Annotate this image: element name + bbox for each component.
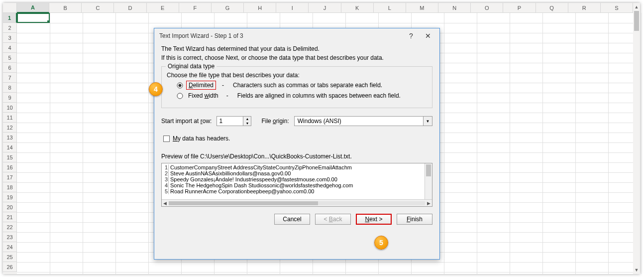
col-header-K[interactable]: K: [341, 3, 374, 13]
col-header-R[interactable]: R: [568, 3, 601, 13]
close-button[interactable]: ✕: [420, 30, 436, 42]
finish-button[interactable]: Finish: [397, 214, 432, 225]
active-cell[interactable]: [17, 13, 50, 23]
start-row-input[interactable]: [217, 117, 243, 126]
preview-pane: 1CustomerCompanyStreet AddressCityStateC…: [161, 163, 432, 207]
row-header-7[interactable]: 7: [3, 73, 17, 83]
file-origin-combo[interactable]: Windows (ANSI) ▼: [294, 116, 432, 126]
column-headers: ABCDEFGHIJKLMNOPQRS: [17, 3, 633, 13]
preview-line: 1CustomerCompanyStreet AddressCityStateC…: [162, 164, 424, 170]
back-button: < Back: [315, 214, 351, 225]
annotation-badge-4: 4: [149, 82, 163, 96]
row-header-1[interactable]: 1: [3, 13, 17, 23]
col-header-G[interactable]: G: [212, 3, 244, 13]
start-row-spinner[interactable]: ▲▼: [216, 116, 251, 126]
svg-point-1: [179, 84, 182, 87]
preview-label: Preview of file C:\Users\e\Desktop\Con..…: [161, 153, 432, 160]
radio-delimited-desc: Characters such as commas or tabs separa…: [233, 82, 382, 89]
row-header-19[interactable]: 19: [3, 192, 17, 202]
row-header-13[interactable]: 13: [3, 133, 17, 142]
row-header-21[interactable]: 21: [3, 212, 17, 222]
row-header-11[interactable]: 11: [3, 113, 17, 123]
col-header-B[interactable]: B: [49, 3, 82, 13]
file-origin-value: Windows (ANSI): [295, 117, 423, 126]
radio-fixed-row[interactable]: Fixed width - Fields are aligned in colu…: [177, 92, 427, 100]
next-button[interactable]: Next >: [356, 214, 392, 225]
headers-checkbox-row[interactable]: My data has headers.: [163, 135, 432, 142]
col-header-L[interactable]: L: [374, 3, 406, 13]
row-header-5[interactable]: 5: [3, 53, 17, 63]
row-header-9[interactable]: 9: [3, 93, 17, 103]
checkbox-unchecked-icon[interactable]: [163, 136, 170, 142]
preview-vscroll[interactable]: [425, 163, 432, 199]
row-header-24[interactable]: 24: [3, 242, 17, 252]
intro-line-2: If this is correct, choose Next, or choo…: [161, 54, 432, 61]
spin-down-icon[interactable]: ▼: [243, 121, 251, 126]
col-header-F[interactable]: F: [179, 3, 212, 13]
row-header-18[interactable]: 18: [3, 182, 17, 192]
group-legend: Original data type: [166, 63, 216, 70]
col-header-H[interactable]: H: [244, 3, 276, 13]
chevron-down-icon[interactable]: ▼: [423, 117, 432, 126]
close-icon: ✕: [425, 32, 431, 40]
radio-delimited-label: Delimited: [186, 81, 216, 90]
row-header-12[interactable]: 12: [3, 123, 17, 133]
row-header-3[interactable]: 3: [3, 33, 17, 43]
text-import-wizard-dialog: Text Import Wizard - Step 1 of 3 ? ✕ The…: [154, 28, 440, 260]
row-headers: 1234567891011121314151617181920212223242…: [3, 13, 17, 274]
scroll-up-icon[interactable]: ▲: [633, 3, 640, 11]
col-header-S[interactable]: S: [601, 3, 633, 13]
select-all-corner[interactable]: [3, 3, 17, 13]
vertical-scrollbar[interactable]: ▲ ▼: [633, 3, 640, 274]
row-header-14[interactable]: 14: [3, 142, 17, 152]
preview-line: 3Speedy Gonzales¡Ándale! Industriesspeed…: [162, 176, 424, 182]
annotation-badge-5: 5: [374, 236, 388, 250]
row-header-10[interactable]: 10: [3, 103, 17, 113]
scroll-left-icon[interactable]: ◀: [163, 201, 167, 206]
col-header-O[interactable]: O: [471, 3, 503, 13]
radio-delimited-row[interactable]: Delimited - Characters such as commas or…: [177, 81, 427, 90]
preview-line: 5Road RunnerAcme Corporationbeepbeep@yah…: [162, 188, 424, 194]
scroll-down-icon[interactable]: ▼: [633, 266, 640, 274]
svg-point-2: [177, 93, 183, 99]
scroll-right-icon[interactable]: ▶: [427, 201, 430, 206]
row-header-20[interactable]: 20: [3, 202, 17, 212]
help-button[interactable]: ?: [403, 30, 420, 42]
row-header-26[interactable]: 26: [3, 262, 17, 272]
col-header-Q[interactable]: Q: [536, 3, 568, 13]
col-header-J[interactable]: J: [309, 3, 341, 13]
radio-selected-icon: [177, 82, 183, 89]
col-header-M[interactable]: M: [406, 3, 438, 13]
dialog-title: Text Import Wizard - Step 1 of 3: [159, 32, 403, 39]
row-header-23[interactable]: 23: [3, 232, 17, 242]
scroll-thumb[interactable]: [634, 11, 639, 31]
col-header-I[interactable]: I: [276, 3, 309, 13]
row-header-17[interactable]: 17: [3, 172, 17, 182]
row-header-16[interactable]: 16: [3, 162, 17, 172]
col-header-D[interactable]: D: [114, 3, 146, 13]
cancel-button[interactable]: Cancel: [274, 214, 310, 225]
row-header-6[interactable]: 6: [3, 63, 17, 73]
row-header-2[interactable]: 2: [3, 23, 17, 33]
row-header-15[interactable]: 15: [3, 152, 17, 162]
row-header-8[interactable]: 8: [3, 83, 17, 93]
row-header-4[interactable]: 4: [3, 43, 17, 53]
original-data-type-group: Original data type Choose the file type …: [161, 66, 432, 108]
start-row-label: Start import at row:: [161, 118, 212, 125]
preview-hthumb[interactable]: [169, 201, 318, 205]
col-header-N[interactable]: N: [438, 3, 471, 13]
preview-vthumb[interactable]: [426, 164, 431, 176]
spreadsheet-frame: ABCDEFGHIJKLMNOPQRS 12345678910111213141…: [3, 3, 640, 274]
row-header-22[interactable]: 22: [3, 222, 17, 232]
col-header-E[interactable]: E: [147, 3, 179, 13]
row-header-25[interactable]: 25: [3, 252, 17, 262]
col-header-P[interactable]: P: [503, 3, 536, 13]
dialog-titlebar[interactable]: Text Import Wizard - Step 1 of 3 ? ✕: [154, 28, 439, 43]
group-subheading: Choose the file type that best describes…: [167, 72, 427, 79]
intro-line-1: The Text Wizard has determined that your…: [161, 45, 432, 52]
preview-hscroll[interactable]: ◀ ▶: [162, 199, 432, 206]
col-header-A[interactable]: A: [17, 3, 49, 13]
spin-up-icon[interactable]: ▲: [243, 117, 251, 121]
col-header-C[interactable]: C: [82, 3, 114, 13]
help-icon: ?: [409, 32, 413, 40]
